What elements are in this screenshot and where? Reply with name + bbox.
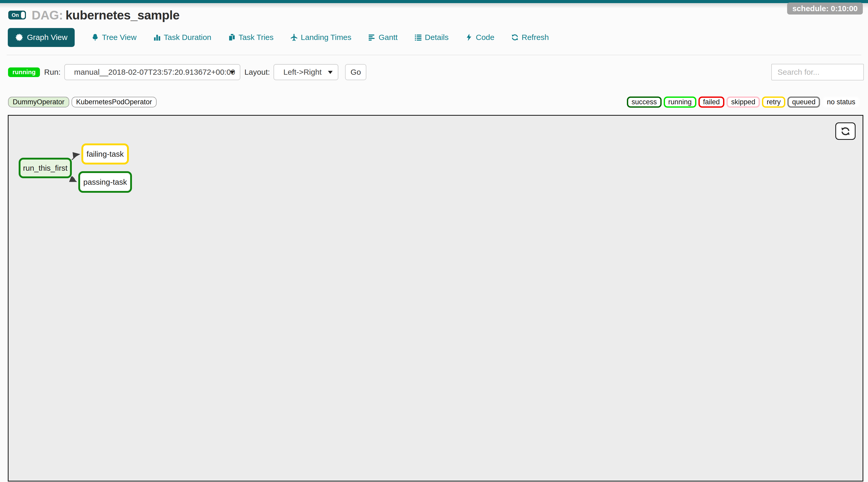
tab-landing-times[interactable]: Landing Times [290,33,351,42]
tab-label: Gantt [378,33,398,42]
bar-chart-icon [153,33,161,41]
tab-label: Details [425,33,449,42]
state-legend-skipped: skipped [726,96,760,108]
schedule-badge: schedule: 0:10:00 [787,3,863,14]
dag-edges [8,116,863,481]
run-label: Run: [44,68,60,77]
run-select[interactable]: manual__2018-02-07T23:57:20.913672+00:00 [64,64,240,80]
state-legend-failed: failed [699,96,725,108]
graph-refresh-button[interactable] [835,122,856,140]
tab-label: Task Tries [239,33,274,42]
plane-icon [290,33,298,41]
refresh-icon [840,126,850,137]
layout-label: Layout: [245,68,270,77]
state-legend-retry: retry [762,96,785,108]
list-icon [414,33,422,41]
state-legend-success: success [627,96,662,108]
tab-label: Landing Times [301,33,351,42]
refresh-icon [511,33,519,41]
tab-code[interactable]: Code [465,33,494,42]
tab-label: Code [476,33,494,42]
dag-name: kubernetes_sample [66,8,180,22]
dagrun-state-badge: running [8,67,40,77]
tab-label: Graph View [27,33,67,42]
chevron-down-icon [328,71,333,74]
toggle-on-label: On [9,12,19,18]
edge-run-this-first-to-passing-task [72,176,76,181]
tab-details[interactable]: Details [414,33,449,42]
task-node-run-this-first[interactable]: run_this_first [19,158,72,178]
run-controls: running Run: manual__2018-02-07T23:57:20… [8,64,864,81]
layout-select-value: Left->Right [274,68,336,77]
tab-graph-view[interactable]: Graph View [8,28,75,47]
legend-row: DummyOperator KubernetesPodOperator succ… [8,96,860,108]
operator-legend-dummyoperator: DummyOperator [8,97,69,108]
bolt-icon [465,33,473,41]
tab-task-duration[interactable]: Task Duration [153,33,211,42]
chevron-down-icon [230,71,235,74]
dag-header: On DAG:kubernetes_sample [8,8,179,22]
tab-gantt[interactable]: Gantt [368,33,398,42]
state-legend-running: running [664,96,696,108]
navbar-shadow [0,3,868,8]
page-title: DAG:kubernetes_sample [32,8,179,22]
toggle-knob [21,12,25,19]
dag-prefix-label: DAG: [32,8,63,22]
dag-pause-toggle[interactable]: On [8,11,26,20]
header-divider [7,55,861,55]
top-navbar-strip [0,0,868,3]
tab-task-tries[interactable]: Task Tries [228,33,274,42]
tab-label: Tree View [102,33,136,42]
tab-label: Task Duration [164,33,211,42]
copy-icon [228,33,236,41]
tab-label: Refresh [522,33,549,42]
burst-icon [15,33,23,41]
view-nav: Graph View Tree View Task Duration Task … [8,28,549,47]
task-node-failing-task[interactable]: failing-task [82,144,129,164]
operator-legend-kubernetespodoperator: KubernetesPodOperator [71,97,157,108]
align-left-icon [368,33,376,41]
state-legend-no-status: no status [822,96,860,108]
layout-select[interactable]: Left->Right [274,64,338,80]
tab-refresh[interactable]: Refresh [511,33,549,42]
run-select-value: manual__2018-02-07T23:57:20.913672+00:00 [65,68,240,77]
edge-run-this-first-to-failing-task [72,154,79,160]
tree-icon [91,33,99,41]
search-input[interactable] [771,64,864,81]
go-button[interactable]: Go [345,64,366,80]
task-node-passing-task[interactable]: passing-task [78,171,132,193]
state-legend-queued: queued [787,96,820,108]
tab-tree-view[interactable]: Tree View [91,33,136,42]
dag-graph-canvas[interactable]: run_this_first failing-task passing-task [8,115,863,481]
